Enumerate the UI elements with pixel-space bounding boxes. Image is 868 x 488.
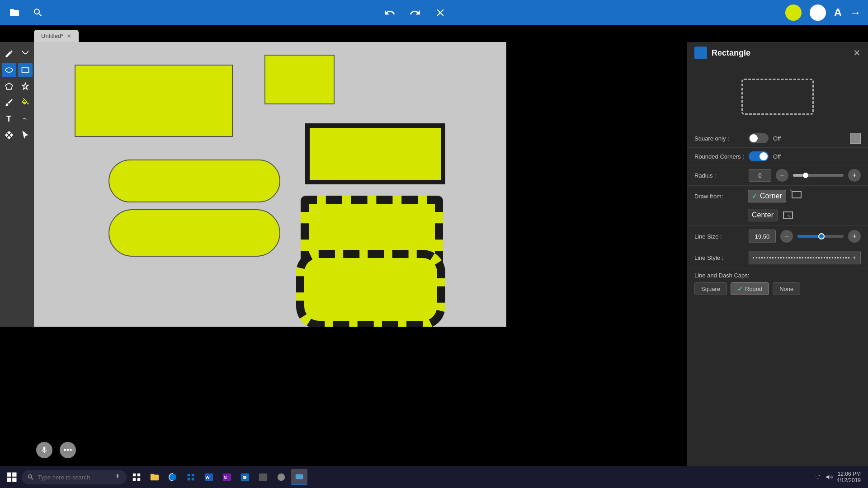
forward-arrow[interactable]: → [850,6,861,19]
polygon-tool[interactable] [2,79,16,94]
line-size-slider[interactable] [797,235,844,238]
square-only-toggle[interactable] [749,133,769,143]
rounded-corners-value: Off [773,153,781,160]
more-options-button[interactable]: ••• [60,442,76,458]
square-only-value: Off [773,135,781,142]
line-size-input[interactable] [749,230,776,243]
rect-preview [741,79,814,115]
square-only-swatch-area [850,133,861,144]
shape-large-rect[interactable] [75,65,233,137]
transform-tool[interactable] [2,128,16,142]
shape-pill-2[interactable] [108,209,280,257]
panel-close-button[interactable]: ✕ [853,47,861,58]
tab-bar: Untitled* ✕ [34,25,170,42]
handwriting-tool[interactable]: ~ [18,112,33,126]
caps-row: Line and Dash Caps: Square ✓ Round None [687,268,868,299]
rounded-corners-label: Rounded Corners : [694,153,744,160]
svg-rect-10 [133,478,136,481]
taskbar-pinned-icons: W N 💬 [128,469,307,485]
mic-button[interactable] [36,442,52,458]
taskbar-system-area: 12:06 PM 4/12/2019 [813,471,864,483]
active-app-icon[interactable] [291,469,307,485]
radius-slider[interactable] [793,174,844,177]
center-icon [781,208,795,222]
shape-pill-1[interactable] [108,160,280,202]
color-white-circle[interactable] [810,5,826,21]
network-icon[interactable] [813,473,822,482]
caps-label: Line and Dash Caps: [694,272,749,279]
svg-marker-3 [22,83,28,89]
untitled-tab[interactable]: Untitled* ✕ [34,30,79,42]
time-display[interactable]: 12:06 PM 4/12/2019 [837,471,861,483]
start-button[interactable] [4,469,20,485]
star-tool[interactable] [18,79,33,94]
task-view-icon[interactable] [128,469,145,485]
svg-rect-11 [137,478,140,481]
cap-round-option[interactable]: ✓ Round [731,282,769,295]
color-swatch[interactable] [850,133,861,144]
line-size-increase-button[interactable]: + [848,230,861,243]
volume-icon[interactable] [825,473,834,482]
select-tool[interactable] [18,128,33,142]
brush-tool[interactable] [2,95,16,110]
font-icon[interactable]: A [834,6,842,19]
rectangle-tool[interactable] [18,63,33,77]
toolbar-right: A → [785,5,861,21]
radius-row: Radius : − + [687,165,868,186]
open-file-icon[interactable] [7,5,22,20]
tab-close-button[interactable]: ✕ [67,33,71,39]
onenote-icon[interactable]: N [219,469,235,485]
cap-square-option[interactable]: Square [694,282,727,295]
line-size-decrease-button[interactable]: − [780,230,793,243]
color-yellow-circle[interactable] [785,5,802,21]
word-icon[interactable]: W [201,469,217,485]
rounded-corners-toggle[interactable] [749,151,769,161]
rounded-corners-row: Rounded Corners : Off [687,148,868,165]
left-sidebar: T ~ [0,42,34,327]
taskbar-search-input[interactable] [38,474,110,481]
line-size-label: Line Size : [694,233,744,240]
taskbar: W N 💬 12:06 PM 4/12/2019 [0,466,868,488]
shape-bottom-dashed-rect[interactable] [296,250,445,327]
store-icon[interactable] [183,469,199,485]
line-size-row: Line Size : − + [687,226,868,247]
text-tool[interactable]: T [2,112,16,126]
cap-none-label: None [779,286,793,292]
svg-rect-1 [22,68,28,72]
corner-icon [790,189,803,203]
undo-button[interactable] [382,5,397,20]
search-icon[interactable] [31,5,45,20]
file-explorer-icon[interactable] [146,469,163,485]
radius-increase-button[interactable]: + [848,169,861,182]
svg-text:N: N [224,475,227,480]
svg-rect-8 [133,474,136,476]
close-button[interactable] [433,5,448,20]
app6-icon[interactable]: 💬 [237,469,253,485]
square-only-label: Square only : [694,135,744,142]
svg-rect-19 [259,474,267,481]
pen-tool[interactable] [2,47,16,61]
fill-tool[interactable] [18,95,33,110]
tab-label: Untitled* [41,33,63,39]
taskbar-search[interactable] [22,470,127,484]
cap-round-label: Round [745,286,762,292]
radius-decrease-button[interactable]: − [776,169,788,182]
app8-icon[interactable] [273,469,289,485]
app7-icon[interactable] [255,469,271,485]
radius-input[interactable] [749,169,771,182]
redo-button[interactable] [408,5,422,20]
curve-tool[interactable] [18,47,33,61]
draw-from-corner-option[interactable]: ✓ Corner [748,190,786,202]
svg-point-20 [278,474,285,481]
draw-from-center-option[interactable]: Center [748,209,778,221]
ellipse-tool[interactable] [2,63,16,77]
cap-none-option[interactable]: None [773,282,800,295]
shape-small-rect[interactable] [264,55,335,104]
svg-text:💬: 💬 [242,475,247,480]
line-style-dropdown[interactable]: ▼ [749,251,861,264]
svg-marker-2 [5,83,12,89]
shape-bordered-rect[interactable] [305,123,445,184]
main-canvas[interactable] [34,42,506,327]
browser-icon[interactable] [165,469,181,485]
nav-controls [54,5,776,20]
